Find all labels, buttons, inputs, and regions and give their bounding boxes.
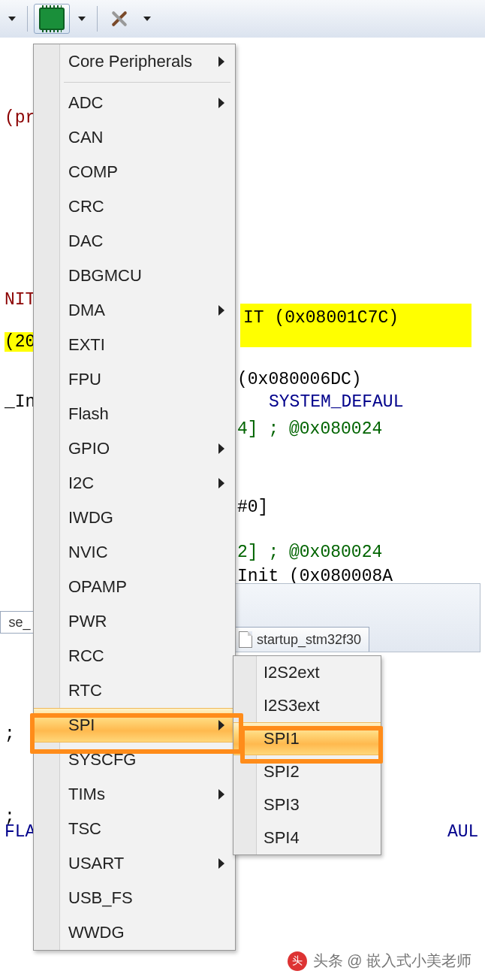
menu-item-label: COMP [68,162,118,182]
menu-item-fpu[interactable]: FPU [34,362,235,397]
caret-button-1[interactable] [3,4,21,34]
caret-down-icon [8,17,16,21]
menu-item-pwr[interactable]: PWR [34,604,235,639]
peripherals-menu: Core Peripherals ADCCANCOMPCRCDACDBGMCUD… [33,44,236,951]
menu-item-label: PWR [68,612,107,631]
menu-item-usart[interactable]: USART [34,846,235,881]
menu-item-label: USART [68,854,124,873]
submenu-item-i2s3ext[interactable]: I2S3ext [233,689,381,722]
menu-item-label: Core Peripherals [68,52,192,71]
submenu-item-spi2[interactable]: SPI2 [233,755,381,788]
menu-item-label: CRC [68,197,104,216]
submenu-item-i2s2ext[interactable]: I2S2ext [233,656,381,689]
menu-core-peripherals[interactable]: Core Peripherals [34,44,235,79]
caret-down-icon [143,17,151,21]
menu-item-label: SPI2 [264,762,300,782]
peripherals-caret[interactable] [73,4,91,34]
menu-item-label: USB_FS [68,888,133,908]
menu-item-label: SYSCFG [68,750,136,770]
spi-submenu: I2S2extI2S3extSPI1SPI2SPI3SPI4 [233,655,381,855]
menu-item-label: TSC [68,819,101,839]
menu-item-label: SPI [68,715,95,735]
menu-item-dbgmcu[interactable]: DBGMCU [34,259,235,293]
menu-item-iwdg[interactable]: IWDG [34,501,235,535]
code-text: SYSTEM_DEFAUL [269,392,403,412]
menu-item-nvic[interactable]: NVIC [34,535,235,570]
tools-button[interactable] [104,4,135,34]
menu-item-rcc[interactable]: RCC [34,639,235,673]
menu-item-flash[interactable]: Flash [34,397,235,431]
menu-item-label: SPI3 [264,795,300,815]
menu-item-label: NVIC [68,543,108,562]
menu-item-dma[interactable]: DMA [34,293,235,328]
menu-item-label: DBGMCU [68,266,142,286]
code-text: 2] ; @0x080024 [237,543,382,562]
code-text: _In [5,392,35,412]
highlighted-line: IT (0x08001C7C) [240,304,471,347]
menu-item-label: DMA [68,301,105,320]
menu-item-label: I2C [68,473,94,493]
menu-item-spi[interactable]: SPI [34,708,235,743]
caret-down-icon [78,17,86,21]
submenu-arrow-icon [218,305,224,316]
submenu-arrow-icon [218,478,224,488]
menu-item-label: ADC [68,93,103,113]
menu-item-label: I2S2ext [264,663,320,682]
watermark: 头 头条 @ 嵌入式小美老师 [288,951,471,971]
submenu-item-spi3[interactable]: SPI3 [233,788,381,821]
tools-icon [109,8,130,29]
menu-item-opamp[interactable]: OPAMP [34,570,235,604]
menu-item-tims[interactable]: TIMs [34,777,235,812]
code-text: (20 [5,332,35,352]
menu-item-label: RTC [68,681,102,700]
toolbar [0,0,485,38]
code-text: NIT [5,290,35,310]
watermark-logo-icon: 头 [288,951,307,971]
menu-item-can[interactable]: CAN [34,120,235,155]
menu-item-label: CAN [68,128,103,147]
menu-item-rtc[interactable]: RTC [34,673,235,708]
submenu-arrow-icon [218,56,224,67]
code-text: (0x080006DC) [237,370,362,389]
tab-startup-file[interactable]: startup_stm32f30 [233,627,369,652]
menu-item-comp[interactable]: COMP [34,155,235,189]
menu-item-label: SPI1 [264,729,300,749]
toolbar-separator [97,6,98,32]
menu-item-dac[interactable]: DAC [34,224,235,259]
menu-item-label: Flash [68,404,109,424]
watermark-text: 头条 @ 嵌入式小美老师 [313,951,471,971]
toolbar-separator [27,6,28,32]
menu-item-label: I2S3ext [264,696,320,715]
menu-item-i2c[interactable]: I2C [34,466,235,501]
menu-item-adc[interactable]: ADC [34,86,235,120]
code-text: 4] ; @0x080024 [237,419,382,439]
chip-icon [39,8,65,30]
menu-separator [64,82,230,83]
submenu-arrow-icon [218,858,224,869]
code-text: FLA [5,822,35,842]
menu-item-exti[interactable]: EXTI [34,328,235,362]
editor-tab-strip: startup_stm32f30 [233,583,480,652]
peripherals-button[interactable] [34,4,70,34]
menu-item-usb_fs[interactable]: USB_FS [34,881,235,915]
submenu-item-spi1[interactable]: SPI1 [233,722,381,755]
menu-item-label: OPAMP [68,577,127,597]
code-text: #0] [237,498,268,517]
submenu-item-spi4[interactable]: SPI4 [233,821,381,854]
menu-item-label: FPU [68,370,101,389]
tab-label: startup_stm32f30 [257,632,361,648]
menu-item-tsc[interactable]: TSC [34,812,235,846]
menu-item-label: IWDG [68,508,113,528]
menu-item-syscfg[interactable]: SYSCFG [34,743,235,777]
menu-item-wwdg[interactable]: WWDG [34,915,235,950]
submenu-arrow-icon [218,789,224,800]
file-icon [239,631,252,648]
menu-item-crc[interactable]: CRC [34,189,235,224]
menu-item-label: DAC [68,231,103,251]
menu-item-gpio[interactable]: GPIO [34,431,235,466]
menu-item-label: SPI4 [264,828,300,848]
tools-caret[interactable] [138,4,156,34]
menu-item-label: EXTI [68,335,105,355]
menu-item-label: WWDG [68,923,125,942]
submenu-arrow-icon [218,720,224,730]
